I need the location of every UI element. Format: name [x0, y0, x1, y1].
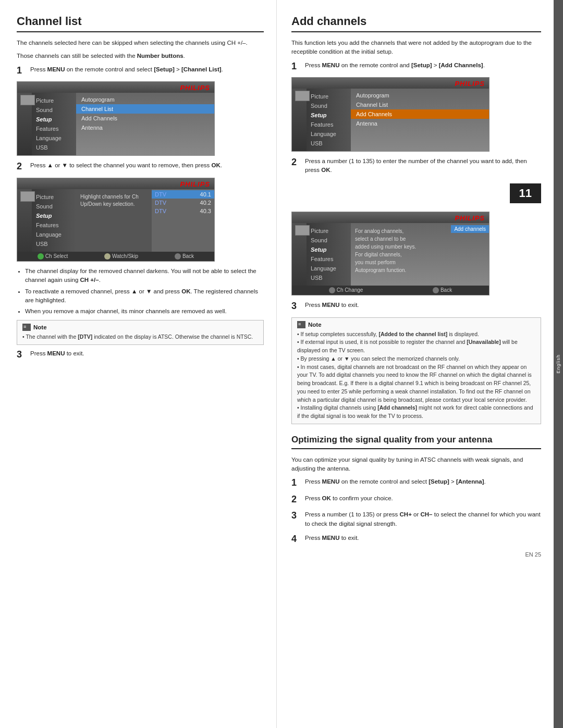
- menu-r2-bottom-bar: Ch Change Back: [292, 286, 489, 295]
- tv-icon-r1: [295, 91, 310, 101]
- note-icon-right: [297, 321, 305, 328]
- menu-left-usb: USB: [32, 143, 76, 152]
- btn-back: Back: [175, 253, 194, 260]
- step1-num: 1: [17, 65, 27, 77]
- step1-block: 1 Press MENU on the remote control and s…: [17, 65, 264, 77]
- btn-watch-skip: Watch/Skip: [104, 253, 138, 260]
- mr1-left-picture: Picture: [307, 92, 351, 101]
- note-icon-left: [22, 324, 31, 331]
- m2-left-setup: Setup: [32, 211, 76, 220]
- menu-left-setup: Setup: [32, 115, 76, 124]
- channel-list-title: Channel list: [17, 15, 264, 32]
- menu-r1-left: Picture Sound Setup Features Language US…: [307, 89, 351, 151]
- step3-block: 3 Press MENU to exit.: [17, 349, 264, 361]
- note-label-right: Note: [308, 322, 322, 328]
- opt-step2-text: Press OK to confirm your choice.: [305, 494, 541, 503]
- dtv-item-3[interactable]: DTV 40.3: [152, 207, 214, 215]
- menu2-left: Picture Sound Setup Features Language US…: [32, 189, 76, 252]
- dtv-item-2[interactable]: DTV 40.2: [152, 199, 214, 207]
- mr1-antenna: Antenna: [351, 119, 489, 128]
- note-text-left: • The channel with the [DTV] indicated o…: [22, 333, 258, 341]
- menu2-mid: Highlight channels for Ch Up/Down key se…: [76, 189, 152, 252]
- philips-logo-2: PHILIPS: [180, 180, 210, 188]
- btn-back-r2: Back: [433, 287, 452, 293]
- mr2-left-language: Language: [307, 264, 351, 273]
- page-number: EN 25: [291, 550, 541, 559]
- right-column: Add channels This function lets you add …: [277, 0, 554, 728]
- add-step2-text: Press a number (1 to 135) to enter the n…: [305, 157, 541, 175]
- tv-icon-1: [20, 95, 35, 105]
- bullet-list: The channel display for the removed chan…: [25, 267, 264, 316]
- number-badge: 11: [510, 183, 541, 203]
- menu-r2-left: Picture Sound Setup Features Language US…: [307, 223, 351, 286]
- menu-r2-right: Add channels For analog channels,select …: [351, 223, 489, 286]
- step2-num: 2: [17, 161, 27, 172]
- menu-r1-right: Autoprogram Channel List Add Channels An…: [351, 89, 489, 151]
- mr2-left-sound: Sound: [307, 236, 351, 245]
- m2-left-language: Language: [32, 230, 76, 239]
- menu-left-sound: Sound: [32, 105, 76, 115]
- opt-step3-num: 3: [291, 510, 302, 522]
- philips-logo-1: PHILIPS: [180, 84, 210, 92]
- optimizing-section: Optimizing the signal quality from your …: [291, 435, 541, 559]
- side-tab: English: [554, 0, 563, 728]
- m2-left-features: Features: [32, 220, 76, 230]
- mr1-left-features: Features: [307, 120, 351, 129]
- bullet-2: To reactivate a removed channel, press ▲…: [25, 287, 264, 305]
- dtv-item-1[interactable]: DTV 40.1: [152, 190, 214, 199]
- note-box-left: Note • The channel with the [DTV] indica…: [17, 320, 264, 345]
- opt-step3: 3 Press a number (1 to 135) or press CH+…: [291, 510, 541, 528]
- back-icon: [175, 253, 181, 260]
- add-step1-num: 1: [291, 61, 302, 72]
- step3-num: 3: [17, 349, 27, 361]
- tv-menu-1: PHILIPS Picture Sound Setup Features Lan…: [17, 81, 215, 156]
- mr2-left-picture: Picture: [307, 226, 351, 236]
- note-label-left: Note: [33, 324, 47, 330]
- step3-text: Press MENU to exit.: [30, 349, 264, 358]
- mr1-left-sound: Sound: [307, 101, 351, 110]
- note-text-right: • If setup completes successfully, [Adde…: [297, 330, 535, 421]
- menu-left-picture: Picture: [32, 96, 76, 105]
- menu-right-antenna: Antenna: [76, 123, 214, 132]
- menu-left-language: Language: [32, 133, 76, 143]
- step1-text: Press MENU on the remote control and sel…: [30, 65, 264, 74]
- philips-logo-r2: PHILIPS: [455, 214, 485, 222]
- opt-step4-text: Press MENU to exit.: [305, 534, 541, 542]
- menu-right-channellist[interactable]: Channel List: [76, 104, 214, 114]
- mr1-left-language: Language: [307, 129, 351, 139]
- optimizing-intro: You can optimize your signal quality by …: [291, 455, 541, 474]
- add-step3-text: Press MENU to exit.: [305, 301, 541, 310]
- opt-step1-num: 1: [291, 477, 302, 489]
- bullet-1: The channel display for the removed chan…: [25, 267, 264, 285]
- opt-step1: 1 Press MENU on the remote control and s…: [291, 477, 541, 489]
- add-channels-title: Add channels: [291, 15, 541, 32]
- tv-menu-right-2: PHILIPS Picture Sound Setup Features Lan…: [291, 212, 489, 295]
- green-icon: [38, 253, 44, 260]
- back-icon-r2: [433, 287, 439, 293]
- btn-ch-select: Ch Select: [38, 253, 68, 260]
- bullet-3: When you remove a major channel, its min…: [25, 307, 264, 316]
- menu-right-addchannels: Add Channels: [76, 114, 214, 123]
- btn-ch-change: Ch Change: [329, 287, 363, 293]
- opt-step3-text: Press a number (1 to 135) or press CH+ o…: [305, 510, 541, 528]
- tv-menu-2: PHILIPS Picture Sound Setup Features Lan…: [17, 178, 215, 262]
- add-step1-text: Press MENU on the remote control and [Se…: [305, 61, 541, 70]
- mr1-autoprogram: Autoprogram: [351, 91, 489, 100]
- add-step2-num: 2: [291, 157, 302, 168]
- m2-left-picture: Picture: [32, 192, 76, 202]
- philips-logo-r1: PHILIPS: [455, 80, 485, 88]
- add-step3-num: 3: [291, 301, 302, 312]
- add-channels-intro: This function lets you add the channels …: [291, 39, 541, 57]
- opt-step2: 2 Press OK to confirm your choice.: [291, 494, 541, 505]
- mr1-channellist: Channel List: [351, 100, 489, 109]
- number-badge-container: 11: [291, 180, 541, 207]
- opt-step2-num: 2: [291, 494, 302, 505]
- menu1-right: Autoprogram Channel List Add Channels An…: [76, 93, 214, 155]
- optimizing-title: Optimizing the signal quality from your …: [291, 435, 541, 449]
- mr1-addchannels[interactable]: Add Channels: [351, 109, 489, 119]
- yellow-icon: [104, 253, 111, 260]
- add-step1-block: 1 Press MENU on the remote control and […: [291, 61, 541, 72]
- m2-left-sound: Sound: [32, 202, 76, 211]
- step2-text: Press ▲ or ▼ to select the channel you w…: [30, 161, 264, 170]
- tv-icon-r2: [295, 225, 310, 236]
